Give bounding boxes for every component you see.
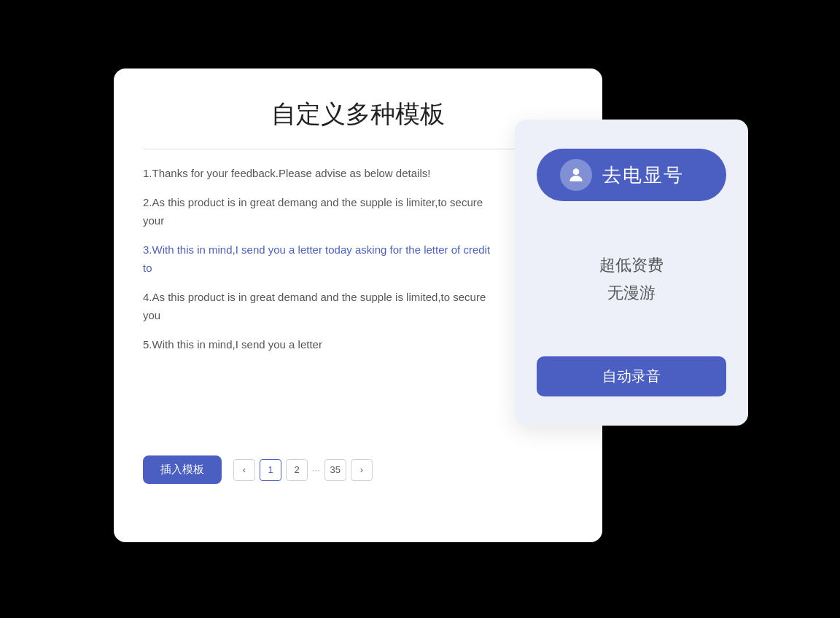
- page-2-button[interactable]: 2: [286, 459, 308, 481]
- right-card: 去电显号 超低资费无漫游 自动录音: [515, 120, 748, 426]
- text-panel: 1.Thanks for your feedback.Please advise…: [143, 164, 500, 441]
- page-1-button[interactable]: 1: [260, 459, 281, 481]
- insert-button[interactable]: 插入模板: [143, 455, 222, 484]
- svg-point-0: [573, 168, 580, 175]
- page-35-button[interactable]: 35: [324, 459, 346, 481]
- text-item-5: 5.With this in mind,I send you a letter: [143, 335, 500, 354]
- feature-text: 超低资费: [599, 254, 664, 276]
- avatar-icon: [560, 159, 592, 191]
- text-item-2: 2.As this product is in great demang and…: [143, 193, 500, 230]
- text-item-3: 3.With this in mind,I send you a letter …: [143, 240, 500, 278]
- text-item-4: 4.As this product is in great demand and…: [143, 288, 500, 325]
- content-area: 1.Thanks for your feedback.Please advise…: [143, 164, 573, 441]
- features-list: 超低资费无漫游: [537, 254, 726, 304]
- bottom-controls: 插入模板 ‹ 1 2 ··· 35 ›: [143, 455, 573, 484]
- caller-id-label: 去电显号: [602, 163, 684, 188]
- main-title: 自定义多种模板: [143, 98, 573, 131]
- divider: [143, 149, 573, 149]
- prev-page-button[interactable]: ‹: [233, 459, 255, 481]
- text-item-1: 1.Thanks for your feedback.Please advise…: [143, 164, 500, 183]
- page-ellipsis: ···: [312, 464, 320, 475]
- next-page-button[interactable]: ›: [351, 459, 373, 481]
- pagination: ‹ 1 2 ··· 35 ›: [233, 459, 373, 481]
- feature-text: 无漫游: [607, 282, 656, 304]
- caller-id-box: 去电显号: [537, 149, 726, 201]
- record-button[interactable]: 自动录音: [537, 356, 726, 396]
